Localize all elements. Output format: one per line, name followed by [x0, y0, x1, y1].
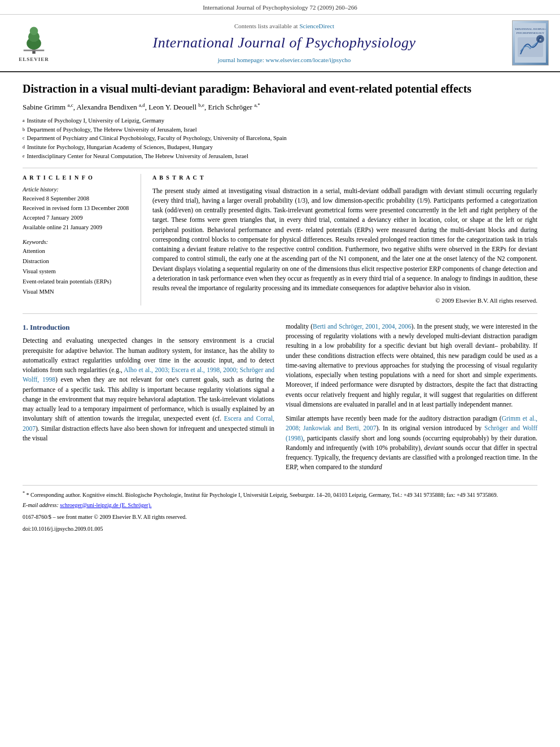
article-title: Distraction in a visual multi-deviant pa… — [23, 81, 537, 96]
doi-line: doi:10.1016/j.ijpsycho.2009.01.005 — [23, 525, 537, 533]
introduction-heading: 1. Introduction — [23, 322, 274, 333]
accepted-date: Accepted 7 January 2009 — [23, 213, 132, 223]
abstract-text: The present study aimed at investigating… — [152, 186, 537, 294]
journal-title-block: Contents lists available at ScienceDirec… — [63, 22, 505, 64]
footnotes-block: * * Corresponding author. Kognitive eins… — [23, 485, 537, 533]
keyword-erps: Event-related brain potentials (ERPs) — [23, 277, 132, 287]
copyright-line: © 2009 Elsevier B.V. All rights reserved… — [152, 296, 537, 305]
keywords-label: Keywords: — [23, 238, 132, 247]
received-revised-date: Received in revised form 13 December 200… — [23, 204, 132, 213]
email-note: E-mail address: schroeger@uni-leipzig.de… — [23, 501, 537, 509]
authors-line: Sabine Grimm a,c, Alexandra Bendixen a,d… — [23, 102, 537, 113]
journal-name: International Journal of Psychophysiolog… — [63, 33, 505, 53]
abstract-title: A B S T R A C T — [152, 174, 537, 182]
journal-citation: International Journal of Psychophysiolog… — [203, 4, 357, 11]
affiliation-e: eInterdisciplinary Center for Neural Com… — [23, 152, 537, 161]
keyword-visual: Visual system — [23, 267, 132, 277]
elsevier-label: ELSEVIER — [19, 56, 49, 63]
affiliation-a-text: Institute of Psychology I, University of… — [27, 116, 165, 125]
affiliation-d: dInstitute for Psychology, Hungarian Aca… — [23, 143, 537, 152]
affiliation-c-text: Department of Psychiatry and Clinical Ps… — [27, 134, 287, 143]
affiliation-b: bDepartment of Psychology, The Hebrew Un… — [23, 125, 537, 134]
article-info-title: A R T I C L E I N F O — [23, 174, 132, 182]
svg-text:⊕: ⊕ — [539, 38, 541, 41]
ref-jankowiak[interactable]: Jankowiak and Berti, 2007 — [303, 425, 376, 431]
svg-text:INTERNATIONAL JOURNAL OF: INTERNATIONAL JOURNAL OF — [515, 28, 546, 30]
intro-para-2: modality (Berti and Schröger, 2001, 2004… — [286, 322, 537, 409]
svg-text:PSYCHOPHYSIOLOGY: PSYCHOPHYSIOLOGY — [516, 32, 545, 34]
svg-rect-4 — [24, 49, 45, 51]
main-content: Distraction in a visual multi-deviant pa… — [0, 72, 560, 541]
keyword-vmmn: Visual MMN — [23, 287, 132, 297]
history-label: Article history: — [23, 185, 132, 195]
sciencedirect-link[interactable]: ScienceDirect — [299, 23, 334, 29]
body-col-left: 1. Introduction Detecting and evaluating… — [23, 322, 274, 477]
abstract-panel: A B S T R A C T The present study aimed … — [152, 174, 537, 305]
affiliations-block: aInstitute of Psychology I, University o… — [23, 116, 537, 161]
keywords-list: Attention Distraction Visual system Even… — [23, 246, 132, 296]
journal-header: ELSEVIER Contents lists available at Sci… — [0, 15, 560, 72]
page-wrapper: International Journal of Psychophysiolog… — [0, 0, 560, 542]
affiliation-a: aInstitute of Psychology I, University o… — [23, 116, 537, 125]
affiliation-e-text: Interdisciplinary Center for Neural Comp… — [27, 152, 248, 161]
available-date: Available online 21 January 2009 — [23, 223, 132, 233]
ref-alho[interactable]: Alho et al., 2003; — [124, 366, 169, 373]
divider-1 — [23, 168, 537, 168]
elsevier-tree-icon — [17, 24, 51, 55]
article-dates: Article history: Received 8 September 20… — [23, 185, 132, 233]
ref-escera[interactable]: Escera et al., 1998, 2000; — [172, 366, 238, 373]
affiliation-d-text: Institute for Psychology, Hungarian Acad… — [27, 143, 213, 152]
info-abstract-block: A R T I C L E I N F O Article history: R… — [23, 174, 537, 305]
journal-citation-bar: International Journal of Psychophysiolog… — [0, 0, 560, 15]
divider-2 — [23, 313, 537, 314]
keyword-attention: Attention — [23, 246, 132, 256]
affiliation-c: cDepartment of Psychiatry and Clinical P… — [23, 134, 537, 143]
ref-berti-schroger[interactable]: Berti and Schröger, 2001, 2004, 2006 — [313, 323, 412, 330]
affiliation-b-text: Department of Psychology, The Hebrew Uni… — [27, 125, 197, 134]
homepage-link[interactable]: journal homepage: www.elsevier.com/locat… — [218, 56, 351, 63]
cover-svg: INTERNATIONAL JOURNAL OF PSYCHOPHYSIOLOG… — [515, 23, 546, 63]
journal-cover-image: INTERNATIONAL JOURNAL OF PSYCHOPHYSIOLOG… — [512, 20, 549, 65]
keyword-distraction: Distraction — [23, 256, 132, 267]
sciencedirect-line: Contents lists available at ScienceDirec… — [63, 22, 505, 30]
body-col-right: modality (Berti and Schröger, 2001, 2004… — [286, 322, 537, 477]
intro-para-3: Similar attempts have recently been made… — [286, 414, 537, 473]
elsevier-logo: ELSEVIER — [11, 24, 56, 63]
svg-point-3 — [30, 27, 38, 35]
issn-line: 0167-8760/$ – see front matter © 2009 El… — [23, 513, 537, 521]
email-link[interactable]: schroeger@uni-leipzig.de (E. Schröger). — [60, 502, 151, 508]
corresponding-author-note: * * Corresponding author. Kognitive eins… — [23, 490, 537, 499]
body-columns: 1. Introduction Detecting and evaluating… — [23, 322, 537, 477]
intro-para-1: Detecting and evaluating unexpected chan… — [23, 336, 274, 443]
journal-homepage: journal homepage: www.elsevier.com/locat… — [63, 56, 505, 64]
ref-escera-corral[interactable]: Escera and Corral, 2007 — [23, 415, 274, 431]
article-info-panel: A R T I C L E I N F O Article history: R… — [23, 174, 141, 305]
received-date: Received 8 September 2008 — [23, 194, 132, 204]
